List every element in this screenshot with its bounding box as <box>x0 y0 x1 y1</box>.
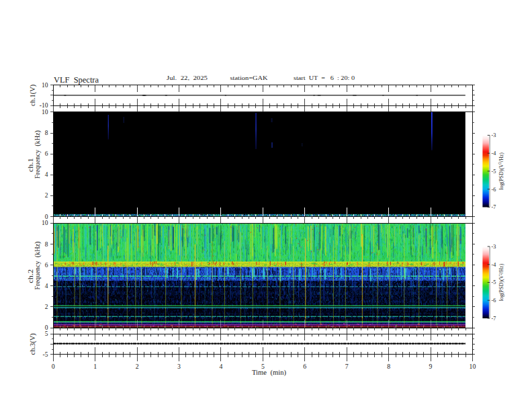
svg-text:10: 10 <box>42 109 48 116</box>
svg-text:2: 2 <box>45 304 48 310</box>
svg-text:-5: -5 <box>492 169 496 175</box>
svg-text:5: 5 <box>45 330 48 337</box>
svg-text:-5: -5 <box>492 279 496 285</box>
svg-text:-5: -5 <box>43 351 48 358</box>
svg-text:-3: -3 <box>492 244 496 250</box>
svg-text:Frequency (kHz): Frequency (kHz) <box>34 242 42 290</box>
svg-text:6: 6 <box>45 262 48 269</box>
svg-text:ch.2: ch.2 <box>28 269 34 283</box>
svg-text:4: 4 <box>45 171 48 178</box>
svg-text:2: 2 <box>136 363 139 370</box>
svg-text:0: 0 <box>52 363 55 370</box>
svg-text:4: 4 <box>219 363 222 370</box>
svg-text:ch.1(V): ch.1(V) <box>30 85 37 106</box>
svg-text:station=GAK: station=GAK <box>230 75 268 81</box>
svg-text:1: 1 <box>93 363 97 370</box>
svg-text:-4: -4 <box>492 262 496 268</box>
svg-text:6: 6 <box>303 363 306 370</box>
svg-text:10: 10 <box>470 363 476 370</box>
svg-text:log(PSD)(V2/Hz): log(PSD)(V2/Hz) <box>498 263 505 301</box>
svg-text:ch.3(V): ch.3(V) <box>30 333 37 355</box>
svg-text:6: 6 <box>45 150 48 157</box>
svg-text:Frequency (kHz): Frequency (kHz) <box>34 130 42 179</box>
svg-text:8: 8 <box>387 363 390 370</box>
svg-text:10: 10 <box>42 220 48 226</box>
svg-text:-10: -10 <box>40 102 48 109</box>
svg-text:3: 3 <box>177 363 181 370</box>
svg-text:8: 8 <box>45 241 48 248</box>
svg-text:-6: -6 <box>492 187 496 193</box>
svg-text:8: 8 <box>45 130 48 136</box>
svg-text:-4: -4 <box>492 150 496 156</box>
svg-text:Jul. 22, 2025: Jul. 22, 2025 <box>167 75 208 81</box>
svg-text:-7: -7 <box>492 316 496 322</box>
svg-text:Time (min): Time (min) <box>252 369 286 377</box>
svg-text:VLF Spectra: VLF Spectra <box>54 75 99 85</box>
svg-text:-7: -7 <box>492 204 496 210</box>
svg-text:log(PSD)(V2/Hz): log(PSD)(V2/Hz) <box>498 152 505 190</box>
svg-text:start UT = 6 : 20: 0: start UT = 6 : 20: 0 <box>294 75 355 81</box>
svg-text:10: 10 <box>42 82 48 89</box>
svg-text:ch.1: ch.1 <box>28 158 34 172</box>
svg-text:7: 7 <box>345 363 349 370</box>
svg-text:2: 2 <box>45 192 48 199</box>
svg-text:-3: -3 <box>492 132 496 138</box>
svg-text:0: 0 <box>45 214 48 220</box>
svg-text:4: 4 <box>45 283 48 289</box>
svg-text:9: 9 <box>429 363 433 370</box>
svg-text:-6: -6 <box>492 298 496 304</box>
